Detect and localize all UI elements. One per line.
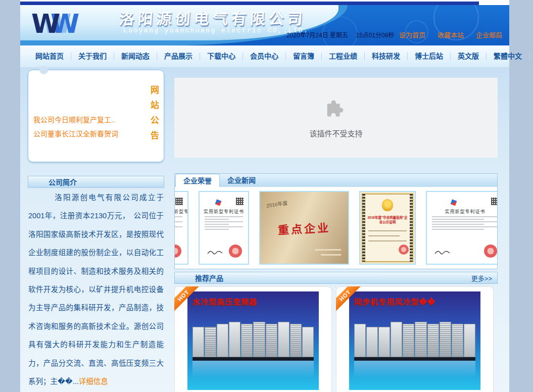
text-line [368, 235, 400, 236]
certificate-thumb-patent[interactable]: 实用新型专利证书 [174, 191, 188, 265]
certificate-title: 2016年度"守合同重信用"企业公示证明 [366, 215, 409, 224]
honor-tab-strip: 企业荣誉 企业新闻 [174, 173, 498, 187]
datetime-text: 2020年7月24日 星期五 15点01分08秒 [286, 30, 394, 39]
qr-code [491, 198, 498, 205]
red-seal [399, 244, 409, 255]
product-name: 水冷型高压变频器 [192, 296, 257, 307]
nav-item-projects[interactable]: 工程业绩 [322, 53, 365, 60]
product-image: 水冷型高压变频器 [187, 291, 319, 390]
set-homepage-link[interactable]: 设为首页 [399, 30, 425, 39]
nav-item-members[interactable]: 会员中心 [243, 53, 286, 60]
certificate-title: 实用新型专利证书 [202, 208, 246, 215]
qr-code [236, 198, 244, 205]
certificate-thumb-patent[interactable]: 实用新型专利证书 [426, 191, 498, 265]
product-image: 同步机专用风冷型�� [349, 291, 480, 390]
company-name-en: Luoyang yuanchuang electric CO,.LTD. [123, 27, 309, 34]
nav-item-traditional[interactable]: 繁體中文 [487, 53, 529, 60]
certificate-thumb-contract-credit[interactable]: 2016年度"守合同重信用"企业公示证明 [359, 191, 416, 265]
ornate-border [410, 194, 413, 262]
hot-ribbon: HOT [336, 286, 363, 314]
right-column: 该插件不受支持 企业荣誉 企业新闻 实用新型专利证书 [174, 68, 498, 392]
patent-office-logo [451, 200, 457, 206]
top-accent-bar [20, 2, 479, 5]
company-name-cn: 洛阳源创电气有限公司 [118, 7, 307, 29]
cabinet-reflection [192, 361, 314, 378]
certificate-content: 实用新型专利证书 [202, 194, 246, 262]
site-header: W W W 洛阳源创电气有限公司 Luoyang yuanchuang elec… [20, 5, 509, 45]
about-more-link[interactable]: 详细信息 [79, 377, 108, 385]
main-nav: 网站首页 关于我们 新闻动态 产品展示 下载中心 会员中心 留言簿 工程业绩 科… [20, 45, 509, 68]
nav-item-english[interactable]: 英文版 [451, 53, 487, 60]
left-column: 网站公告 我公司今日顺利复产复工.. 公司董事长江汉全新春贺词 公司简介 洛阳源… [28, 68, 164, 392]
tab-enterprise-news[interactable]: 企业新闻 [220, 174, 263, 187]
recommend-section-header: 推荐产品 更多>> [174, 272, 498, 284]
company-logo: W W W [31, 11, 87, 37]
enterprise-mail-link[interactable]: 企业邮局 [476, 30, 502, 39]
signature-scribble [434, 249, 451, 256]
product-card-air-cooled-sync-motor[interactable]: HOT 同步机专用风冷型�� [336, 286, 494, 392]
plaque-year: 2016年度 [266, 199, 288, 209]
header-quicklinks: 设为首页 收藏本站 企业邮局 [399, 30, 502, 39]
notice-item[interactable]: 我公司今日顺利复产复工.. [33, 113, 142, 127]
cabinet-row [354, 322, 475, 357]
plaque-issuer-line [315, 249, 341, 251]
product-cards: HOT 水冷型高压变频器 [174, 286, 498, 392]
national-emblem [382, 199, 393, 211]
recommend-more-link[interactable]: 更多>> [471, 273, 492, 283]
product-card-water-cooled-hv-inverter[interactable]: HOT 水冷型高压变频器 [174, 286, 332, 392]
nav-item-research[interactable]: 科技研发 [365, 53, 408, 60]
ornate-border [362, 194, 365, 262]
about-section-header: 公司简介 [28, 176, 164, 188]
logo-glyph: W [31, 11, 60, 37]
nav-item-guestbook[interactable]: 留言簿 [286, 53, 322, 60]
nav-item-products[interactable]: 产品展示 [157, 53, 200, 60]
about-paragraph: 洛阳源创电气有限公司成立于2001年，注册资本2130万元， 公司位于洛阳国家级… [28, 188, 164, 390]
plugin-unsupported-message: 该插件不受支持 [309, 128, 362, 138]
hot-badge: HOT [174, 286, 201, 313]
red-seal [174, 244, 181, 258]
hot-badge: HOT [336, 286, 363, 313]
plaque-title: 重点企业 [260, 217, 348, 238]
certificate-title: 实用新型专利证书 [174, 208, 185, 215]
notice-item[interactable]: 公司董事长江汉全新春贺词 [33, 127, 142, 138]
nav-item-about[interactable]: 关于我们 [71, 53, 114, 60]
certificate-thumb-key-enterprise[interactable]: 2016年度 重点企业 [259, 191, 349, 265]
hot-ribbon: HOT [174, 286, 202, 314]
signature-scribble [207, 249, 224, 256]
nav-item-home[interactable]: 网站首页 [28, 53, 71, 60]
certificate-carousel: 实用新型专利证书 实用新型专利证书 [174, 187, 498, 269]
about-body-text: 洛阳源创电气有限公司成立于2001年，注册资本2130万元， 公司位于洛阳国家级… [28, 193, 164, 385]
cabinet-row [192, 322, 314, 357]
puzzle-piece-icon [324, 97, 348, 121]
patent-office-logo [215, 200, 222, 206]
cabinet-base [192, 357, 314, 361]
certificate-content: 实用新型专利证书 [174, 194, 185, 262]
qr-code [175, 198, 183, 205]
site-notice-box: 网站公告 我公司今日顺利复产复工.. 公司董事长江汉全新春贺词 [28, 70, 164, 162]
recommend-title: 推荐产品 [195, 273, 223, 283]
add-favorite-link[interactable]: 收藏本站 [438, 30, 464, 39]
nav-item-downloads[interactable]: 下载中心 [200, 53, 243, 60]
about-title: 公司简介 [49, 177, 77, 187]
cabinet-reflection [354, 361, 475, 378]
content-area: 网站公告 我公司今日顺利复产复工.. 公司董事长江汉全新春贺词 公司简介 洛阳源… [20, 68, 509, 392]
nav-item-news[interactable]: 新闻动态 [114, 53, 157, 60]
certificate-thumb-patent[interactable]: 实用新型专利证书 [199, 191, 249, 265]
cabinet-base [354, 357, 475, 361]
tab-enterprise-honor[interactable]: 企业荣誉 [175, 174, 220, 187]
text-line [368, 240, 407, 241]
notice-list: 我公司今日顺利复产复工.. 公司董事长江汉全新春贺词 [33, 113, 142, 138]
red-seal [229, 244, 242, 258]
notice-title-vertical: 网站公告 [148, 85, 160, 146]
certificate-title: 实用新型专利证书 [429, 208, 498, 215]
unsupported-plugin-box: 该插件不受支持 [174, 78, 498, 158]
product-name: 同步机专用风冷型�� [354, 296, 435, 307]
certificate-content: 实用新型专利证书 [429, 194, 498, 262]
site-container: W W W 洛阳源创电气有限公司 Luoyang yuanchuang elec… [20, 0, 509, 392]
red-seal [484, 244, 497, 258]
plaque-date-line [321, 254, 341, 256]
notice-dot-decor [39, 66, 48, 74]
text-line [368, 230, 407, 231]
nav-item-postdoc[interactable]: 博士后站 [408, 53, 451, 60]
